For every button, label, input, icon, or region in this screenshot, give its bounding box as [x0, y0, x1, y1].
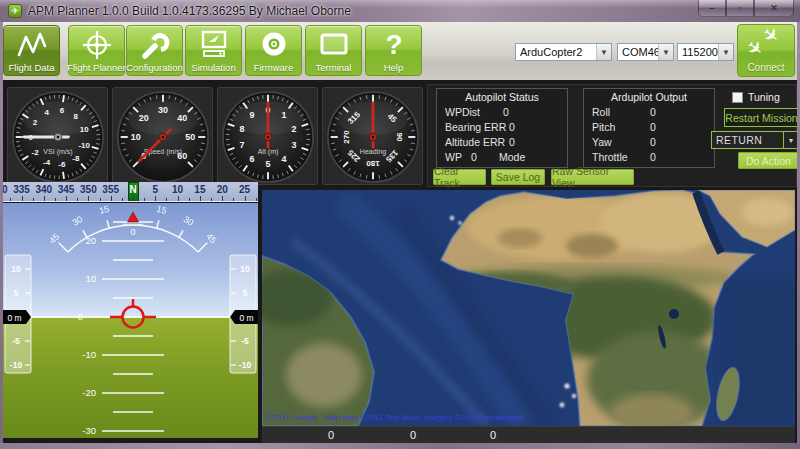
save-log-button[interactable]: Save Log: [491, 169, 545, 185]
heading-tape-tick: [122, 198, 123, 201]
alt-gauge-panel: 0123456789Alt (m): [217, 87, 318, 185]
heading-tape-tick: [133, 196, 134, 201]
svg-text:-10: -10: [82, 349, 96, 360]
flight-mode-select[interactable]: RETURN ▼: [711, 131, 799, 149]
svg-text:1: 1: [282, 110, 287, 120]
heading-tape-tick: [44, 196, 45, 201]
toolbar: Flight Data Flight Planner Configuration…: [3, 22, 797, 80]
vehicle-select[interactable]: ArduCopter2 ▼: [515, 43, 612, 61]
svg-text:180: 180: [366, 159, 380, 168]
svg-text:30: 30: [158, 105, 168, 115]
heading-tape-tick: [88, 196, 89, 201]
svg-text:?: ?: [385, 30, 402, 60]
svg-text:10: 10: [80, 125, 89, 134]
coordinate-bar: 0 0 0: [262, 426, 795, 443]
connect-button[interactable]: ✈✈ Connect: [737, 24, 795, 77]
svg-text:8: 8: [240, 124, 245, 134]
flight-data-view: 0246810-10-8-6-4-2VSI (m/s) 010203040506…: [3, 80, 797, 443]
heading-tape-label: 355: [102, 184, 119, 195]
terminal-button[interactable]: Terminal: [305, 25, 362, 76]
tuning-checkbox[interactable]: [732, 92, 743, 103]
svg-text:-10: -10: [239, 360, 252, 370]
heading-tape-tick: [222, 196, 223, 201]
svg-text:2: 2: [33, 118, 38, 127]
heading-tape-tick: [66, 196, 67, 201]
svg-text:-5: -5: [241, 336, 249, 346]
wp-mode-row: WP0Mode: [445, 151, 462, 163]
heading-tape-tick: [189, 198, 190, 201]
svg-text:40: 40: [177, 113, 187, 123]
app-icon: ✈: [8, 4, 22, 18]
configuration-button[interactable]: Configuration: [126, 25, 183, 76]
flight-planner-button[interactable]: Flight Planner: [68, 25, 125, 76]
do-action-button[interactable]: Do Action: [738, 152, 799, 169]
speed-gauge: 0102030405060Speed (m/s): [116, 90, 210, 184]
vsi-gauge: 0246810-10-8-6-4-2VSI (m/s): [11, 90, 105, 184]
svg-text:0 m: 0 m: [239, 313, 253, 323]
titlebar: ✈ APM Planner 1.0.0 Build 1.0.4173.36295…: [0, 0, 800, 22]
heading-tape-tick: [233, 198, 234, 201]
simulation-button[interactable]: Simulation: [185, 25, 242, 76]
map-attribution: ©2011 Google - Map data ©2011 Tele Atlas…: [266, 413, 524, 422]
svg-text:9: 9: [249, 110, 254, 120]
firmware-button[interactable]: Firmware: [245, 25, 302, 76]
heading-gauge: 4590135180225270315Heading: [326, 90, 420, 184]
coord-value: 0: [410, 429, 416, 441]
svg-text:-30: -30: [82, 425, 96, 436]
heading-tape-tick: [256, 198, 257, 201]
svg-text:10: 10: [85, 273, 96, 284]
svg-text:10: 10: [11, 264, 21, 274]
svg-text:0: 0: [78, 311, 83, 322]
heading-tape-label: 330: [3, 184, 8, 195]
maximize-button[interactable]: ▫: [726, 0, 754, 17]
apm-planner-window: ✈ APM Planner 1.0.0 Build 1.0.4173.36295…: [0, 0, 800, 449]
heading-tape-tick: [100, 198, 101, 201]
window-border-bottom: [0, 443, 800, 449]
chevron-down-icon: ▼: [718, 44, 733, 60]
speed-gauge-panel: 0102030405060Speed (m/s): [112, 87, 213, 185]
cd-disc-icon: [258, 28, 290, 62]
svg-text:50: 50: [185, 132, 195, 142]
svg-text:VSI (m/s): VSI (m/s): [43, 148, 72, 156]
heading-tape-tick: [22, 196, 23, 201]
attitude-indicator: 20100-10-20-304530151530450105-5-10105-5…: [3, 203, 258, 438]
groupbox-title: Autopilot Status: [437, 91, 567, 103]
window-border-left: [0, 22, 3, 449]
svg-text:270: 270: [342, 130, 351, 144]
close-button[interactable]: ✕: [754, 0, 794, 17]
heading-tape-tick: [144, 198, 145, 201]
svg-text:5: 5: [266, 159, 271, 169]
groupbox-title: Ardupilot Output: [584, 91, 714, 103]
com-port-select[interactable]: COM46 ▼: [617, 43, 674, 61]
chevron-down-icon: ▼: [658, 44, 673, 60]
raw-sensor-view-button[interactable]: Raw Sensor View: [551, 169, 634, 185]
svg-text:6: 6: [60, 106, 65, 115]
question-mark-icon: ?: [378, 28, 410, 62]
map-canvas[interactable]: ©2011 Google - Map data ©2011 Tele Atlas…: [262, 190, 795, 426]
svg-text:6: 6: [249, 154, 254, 164]
baud-rate-select[interactable]: 115200 ▼: [677, 43, 734, 61]
alt-gauge: 0123456789Alt (m): [221, 90, 315, 184]
tuning-checkbox-row[interactable]: Tuning: [732, 91, 780, 103]
heading-tape-label: 25: [239, 184, 250, 195]
flight-data-button[interactable]: Flight Data: [3, 25, 60, 76]
tuning-label: Tuning: [748, 91, 780, 103]
telemetry-panel: Autopilot Status WPDist0 Bearing ERR0 Al…: [427, 84, 797, 187]
svg-text:4: 4: [44, 108, 49, 117]
restart-mission-button[interactable]: Restart Mission: [724, 108, 799, 127]
heading-tape-label: N: [129, 184, 136, 195]
clear-track-button[interactable]: Clear Track: [433, 169, 486, 185]
heading-tape-label: 335: [13, 184, 30, 195]
minimize-button[interactable]: –: [698, 0, 726, 17]
status-row: Altitude ERR0: [445, 136, 505, 148]
svg-text:Heading: Heading: [360, 148, 386, 156]
coord-value: 0: [328, 429, 334, 441]
terminal-screen-icon: [318, 28, 350, 62]
status-row: Bearing ERR0: [445, 121, 506, 133]
help-button[interactable]: ? Help: [365, 25, 422, 76]
svg-text:90: 90: [395, 133, 404, 142]
vsi-gauge-panel: 0246810-10-8-6-4-2VSI (m/s): [7, 87, 108, 185]
heading-tape-label: 15: [194, 184, 205, 195]
heading-tape-label: 20: [217, 184, 228, 195]
heading-tape-label: 5: [153, 184, 159, 195]
